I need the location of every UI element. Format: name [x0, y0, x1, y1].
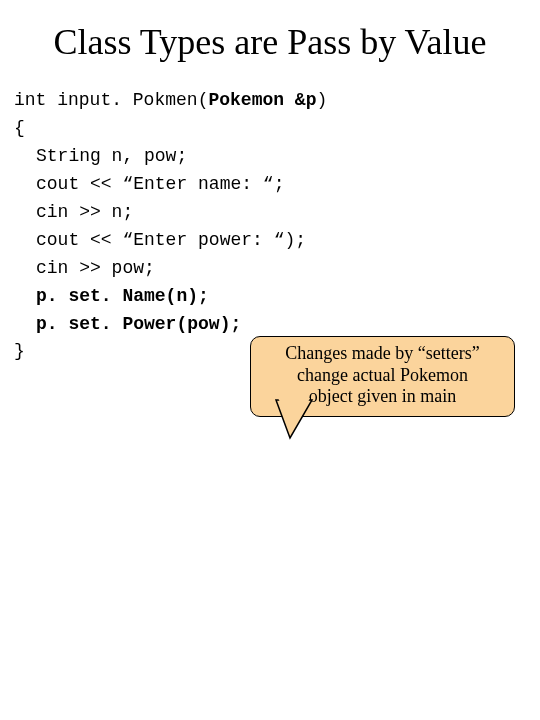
code-line-3: String n, pow;	[14, 143, 540, 171]
svg-marker-1	[278, 398, 310, 402]
code-block: int input. Pokmen(Pokemon &p) { String n…	[0, 79, 540, 366]
code-line-6: cout << “Enter power: “);	[14, 227, 540, 255]
svg-marker-0	[276, 400, 312, 438]
code-line-8: p. set. Name(n);	[14, 283, 540, 311]
slide-title: Class Types are Pass by Value	[0, 0, 540, 79]
code-line-7: cin >> pow;	[14, 255, 540, 283]
code-bold-param: Pokemon &p	[208, 90, 316, 110]
callout-line-2: change actual Pokemon	[261, 365, 504, 387]
code-line-5: cin >> n;	[14, 199, 540, 227]
code-line-9: p. set. Power(pow);	[14, 311, 540, 339]
callout-tail-icon	[272, 398, 322, 440]
code-line-4: cout << “Enter name: “;	[14, 171, 540, 199]
code-line-2: {	[14, 115, 540, 143]
callout-container: Changes made by “setters” change actual …	[250, 336, 515, 417]
callout-line-1: Changes made by “setters”	[261, 343, 504, 365]
code-text: int input. Pokmen(	[14, 90, 208, 110]
code-line-1: int input. Pokmen(Pokemon &p)	[14, 87, 540, 115]
code-text: )	[316, 90, 327, 110]
